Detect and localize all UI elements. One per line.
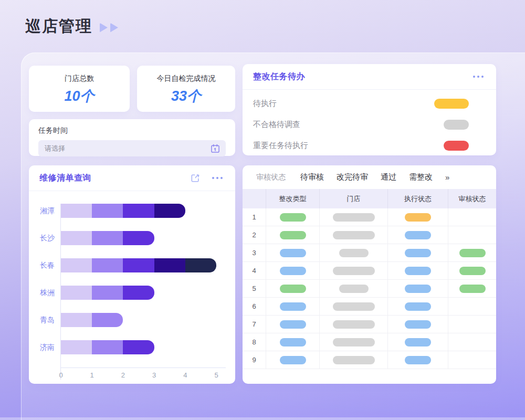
row-number: 7 bbox=[252, 320, 256, 328]
export-icon[interactable] bbox=[190, 173, 201, 183]
table-row[interactable]: 8 bbox=[243, 333, 496, 351]
bar-segment bbox=[92, 286, 123, 300]
bar-segment bbox=[92, 340, 123, 354]
todo-item-label: 待执行 bbox=[253, 99, 434, 109]
chart-category-label: 长春 bbox=[34, 258, 60, 272]
status-pill bbox=[333, 302, 375, 311]
fast-forward-icon bbox=[100, 23, 118, 33]
main-panel: 门店总数 10个 今日自检完成情况 33个 任务时间 请选择 整改任务待办 待执… bbox=[21, 52, 525, 420]
rectify-todo-title: 整改任务待办 bbox=[253, 71, 471, 82]
status-pill bbox=[333, 213, 375, 222]
repair-bar-chart: 湘潭长沙长春株洲青岛济南 012345 bbox=[29, 191, 235, 380]
bar-segment bbox=[123, 204, 154, 218]
status-pill bbox=[405, 231, 431, 239]
x-tick-label: 5 bbox=[214, 371, 218, 379]
status-pill bbox=[405, 249, 431, 257]
table-header-cell: 执行状态 bbox=[388, 189, 448, 208]
bar-segment bbox=[123, 286, 154, 300]
table-row[interactable]: 6 bbox=[243, 298, 496, 316]
status-pill bbox=[280, 267, 306, 275]
status-pill bbox=[333, 356, 375, 364]
stat-value: 10个 bbox=[64, 87, 94, 106]
bar-segment bbox=[61, 204, 92, 218]
table-row[interactable]: 5 bbox=[243, 280, 496, 298]
status-pill bbox=[339, 285, 369, 293]
page-header: 巡店管理 bbox=[25, 16, 118, 37]
review-tab-2[interactable]: 改完待审 bbox=[337, 172, 368, 182]
table-row[interactable]: 2 bbox=[243, 226, 496, 244]
bar-segment bbox=[154, 258, 185, 272]
table-row[interactable]: 3 bbox=[243, 244, 496, 262]
chart-bar bbox=[61, 258, 226, 272]
review-tab-1[interactable]: 待审核 bbox=[300, 172, 324, 182]
chart-bar bbox=[61, 231, 226, 245]
status-pill bbox=[280, 356, 306, 364]
todo-item[interactable]: 待执行 bbox=[243, 93, 496, 114]
calendar-icon[interactable] bbox=[210, 143, 220, 154]
repair-list-title: 维修清单查询 bbox=[39, 173, 190, 184]
row-number: 5 bbox=[252, 285, 256, 292]
status-pill bbox=[280, 320, 306, 329]
chart-category-labels: 湘潭长沙长春株洲青岛济南 bbox=[34, 204, 60, 380]
more-menu-icon[interactable] bbox=[210, 175, 225, 181]
status-pill bbox=[405, 213, 431, 222]
row-number: 1 bbox=[252, 213, 256, 221]
task-time-label: 任务时间 bbox=[38, 126, 226, 135]
x-tick-label: 3 bbox=[152, 371, 156, 379]
status-pill bbox=[459, 267, 486, 275]
review-tab-4[interactable]: 需整改 bbox=[409, 172, 433, 182]
chart-category-label: 济南 bbox=[34, 340, 60, 354]
stat-label: 今日自检完成情况 bbox=[157, 74, 216, 83]
table-row[interactable]: 9 bbox=[243, 351, 496, 369]
table-row[interactable]: 1 bbox=[243, 208, 496, 226]
task-time-date-input[interactable]: 请选择 bbox=[38, 140, 226, 156]
table-header-row: 整改类型门店执行状态审核状态 bbox=[243, 189, 496, 208]
bar-segment bbox=[61, 313, 92, 327]
more-menu-icon[interactable] bbox=[471, 74, 486, 80]
tabs-more-chevron[interactable]: » bbox=[445, 173, 449, 182]
x-tick-label: 4 bbox=[183, 371, 187, 379]
todo-item[interactable]: 不合格待调查 bbox=[243, 114, 496, 135]
chart-category-label: 湘潭 bbox=[34, 204, 60, 218]
page-title: 巡店管理 bbox=[25, 16, 92, 37]
bar-segment bbox=[61, 258, 92, 272]
x-tick-label: 0 bbox=[59, 371, 62, 379]
review-table-card: 审核状态 待审核改完待审通过需整改 » 整改类型门店执行状态审核状态 12345… bbox=[243, 165, 496, 384]
row-number: 4 bbox=[252, 267, 256, 275]
bar-segment bbox=[92, 313, 123, 327]
todo-item-label: 不合格待调查 bbox=[253, 120, 444, 130]
bar-segment bbox=[123, 258, 154, 272]
chart-category-label: 株洲 bbox=[34, 286, 60, 300]
chart-category-label: 长沙 bbox=[34, 231, 60, 245]
table-header-cell: 审核状态 bbox=[448, 189, 496, 208]
bar-segment bbox=[61, 340, 92, 354]
status-pill bbox=[405, 338, 431, 346]
table-row[interactable]: 7 bbox=[243, 316, 496, 333]
bar-segment bbox=[61, 231, 92, 245]
stat-card-self-check: 今日自检完成情况 33个 bbox=[137, 66, 235, 112]
table-header-cell: 整改类型 bbox=[266, 189, 320, 208]
status-pill bbox=[459, 249, 486, 257]
todo-status-pill bbox=[434, 99, 469, 109]
review-tab-3[interactable]: 通过 bbox=[381, 172, 396, 182]
rectify-todo-card: 整改任务待办 待执行不合格待调查重要任务待执行 bbox=[243, 64, 496, 155]
review-table: 整改类型门店执行状态审核状态 123456789 bbox=[243, 189, 496, 369]
table-body: 123456789 bbox=[243, 208, 496, 369]
status-pill bbox=[333, 231, 375, 239]
status-pill bbox=[405, 320, 431, 329]
bar-segment bbox=[92, 204, 123, 218]
chart-category-label: 青岛 bbox=[34, 313, 60, 327]
bar-segment bbox=[185, 258, 216, 272]
bar-segment bbox=[61, 286, 92, 300]
repair-list-card: 维修清单查询 湘潭长沙长春株洲青岛济南 012345 bbox=[29, 165, 235, 384]
todo-item[interactable]: 重要任务待执行 bbox=[243, 135, 496, 156]
x-tick-label: 1 bbox=[90, 371, 94, 379]
table-row[interactable]: 4 bbox=[243, 262, 496, 280]
status-pill bbox=[280, 338, 306, 346]
status-pill bbox=[405, 356, 431, 364]
bar-segment bbox=[123, 231, 154, 245]
status-pill bbox=[280, 231, 306, 239]
chart-bar bbox=[61, 286, 226, 300]
todo-item-label: 重要任务待执行 bbox=[253, 141, 444, 151]
bar-segment bbox=[92, 258, 123, 272]
